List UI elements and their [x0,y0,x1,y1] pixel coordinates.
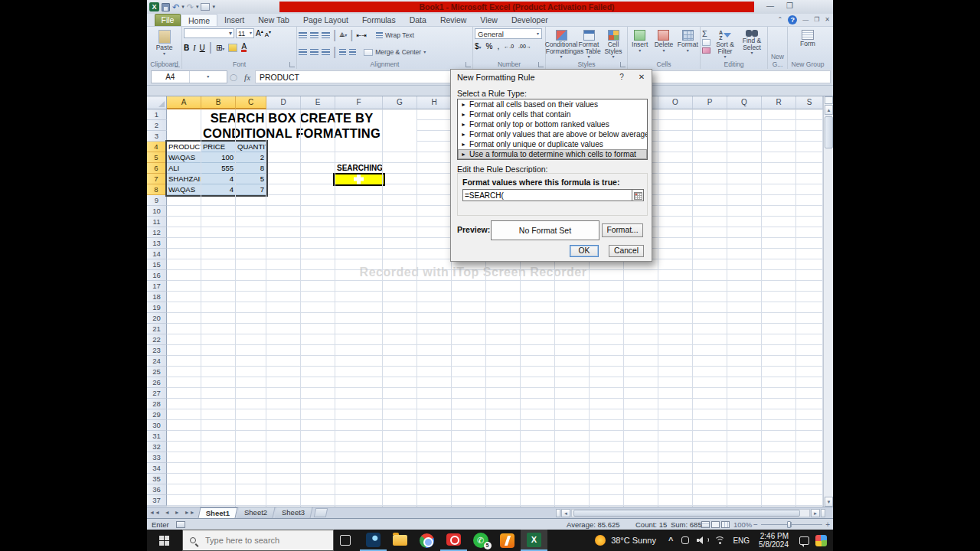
zoom-slider[interactable]: − + [753,520,830,530]
rule-type-item[interactable]: ►Format only unique or duplicate values [458,139,647,149]
sheet-tab-sheet3[interactable]: Sheet3 [274,507,312,518]
row-header-21[interactable]: 21 [147,324,167,334]
table-cell[interactable]: 4 [201,184,236,195]
taskbar-chrome[interactable] [413,530,440,551]
grow-font-icon[interactable]: A▴ [256,28,263,37]
hidden-icons-caret[interactable]: ^ [668,536,673,545]
row-header-34[interactable]: 34 [147,463,167,474]
number-launcher-icon[interactable] [538,62,544,67]
sort-filter-button[interactable]: AZ Sort & Filter▾ [713,28,737,60]
name-box[interactable]: A4 ▾ [151,70,227,83]
excel-logo-icon[interactable]: X [149,2,159,11]
row-header-35[interactable]: 35 [147,474,167,484]
font-size-select[interactable]: 11▾ [236,28,254,38]
column-header-O[interactable]: O [658,96,693,109]
row-header-2[interactable]: 2 [147,120,167,131]
table-cell[interactable]: 5 [236,174,266,184]
tray-app-icon[interactable] [681,536,689,544]
row-header-32[interactable]: 32 [147,442,167,452]
taskbar-file-explorer[interactable] [387,530,413,551]
table-cell[interactable]: 7 [236,184,266,195]
cancel-button[interactable]: Cancel [609,245,644,257]
insert-worksheet-icon[interactable] [314,508,328,517]
table-cell[interactable]: 100 [201,152,236,163]
undo-dropdown-icon[interactable]: ▾ [181,4,185,10]
tab-file[interactable]: File [155,14,181,26]
horizontal-scrollbar[interactable]: ◄ ► [556,508,831,518]
speaker-icon[interactable] [697,536,706,544]
form-button[interactable]: Form [789,28,826,47]
merge-center-button[interactable]: Merge & Center ▾ [364,48,426,56]
rule-type-item[interactable]: ►Format only cells that contain [458,109,647,119]
row-header-30[interactable]: 30 [147,420,167,431]
horizontal-split-handle-2[interactable] [821,509,825,517]
shrink-font-icon[interactable]: A▾ [265,29,271,38]
insert-cells-button[interactable]: Insert▾ [629,28,650,60]
column-header-P[interactable]: P [693,96,727,109]
start-button[interactable] [147,530,181,551]
tab-home[interactable]: Home [181,14,217,26]
tab-insert[interactable]: Insert [217,14,251,26]
row-header-29[interactable]: 29 [147,409,167,420]
title-merged-cell[interactable]: SEARCH BOX CREATE BY CONDITIONAL FORMATT… [167,109,417,142]
row-header-28[interactable]: 28 [147,399,167,409]
next-sheet-icon[interactable]: ► [172,507,182,518]
row-header-27[interactable]: 27 [147,388,167,399]
row-header-14[interactable]: 14 [147,249,167,259]
taskbar-media-player[interactable] [360,530,387,551]
row-header-37[interactable]: 37 [147,495,167,506]
minimize-icon[interactable]: — [766,2,774,11]
row-header-17[interactable]: 17 [147,281,167,292]
font-color-icon[interactable]: A [241,43,247,52]
dialog-title-bar[interactable]: New Formatting Rule ? ✕ [451,70,652,85]
dialog-help-icon[interactable]: ? [612,70,632,84]
font-name-select[interactable]: ▾ [184,28,234,38]
color-widget-icon[interactable] [815,535,827,546]
tab-developer[interactable]: Developer [505,14,555,26]
rule-formula-input[interactable] [462,189,632,201]
prev-sheet-icon[interactable]: ◄ [162,507,172,518]
table-header-cell[interactable]: PRODUCT [167,142,201,152]
align-left-icon[interactable] [299,49,307,55]
table-cell[interactable]: 8 [236,163,266,174]
indent-icons[interactable]: ⇤⇥ [356,32,366,39]
zoom-in-icon[interactable]: + [825,520,830,530]
workbook-restore-icon[interactable]: ❐ [814,15,819,25]
task-view-icon[interactable] [340,535,351,546]
row-header-16[interactable]: 16 [147,270,167,281]
row-header-33[interactable]: 33 [147,452,167,463]
tab-view[interactable]: View [473,14,505,26]
row-header-31[interactable]: 31 [147,431,167,442]
percent-style-icon[interactable]: % [486,42,493,51]
format-cells-button[interactable]: Format▾ [678,28,698,60]
delete-cells-button[interactable]: Delete▾ [653,28,674,60]
column-header-A[interactable]: A [167,96,201,109]
column-header-C[interactable]: C [236,96,266,109]
undo-icon[interactable]: ↶ [172,3,179,11]
orientation-icon[interactable]: ⟁▾ [339,31,347,39]
action-center-icon[interactable] [799,536,809,545]
styles-launcher-icon[interactable] [620,62,626,67]
column-header-B[interactable]: B [201,96,236,109]
increase-decimal-icon[interactable]: ←.0 [504,44,514,49]
row-header-18[interactable]: 18 [147,292,167,302]
rule-type-item[interactable]: ►Format all cells based on their values [458,99,647,109]
collapse-dialog-icon[interactable] [632,189,644,201]
fill-color-icon[interactable] [228,44,237,52]
clock[interactable]: 2:46 PM 5/8/2024 [759,532,789,549]
name-box-dropdown-icon[interactable]: ▾ [189,71,227,83]
find-select-button[interactable]: Find & Select▾ [740,28,764,60]
conditional-formatting-button[interactable]: Conditional Formatting▾ [547,28,575,60]
row-header-7[interactable]: 7 [147,174,167,184]
table-cell[interactable]: 4 [201,174,236,184]
fill-icon[interactable] [702,39,710,46]
search-input[interactable] [204,535,318,546]
row-header-20[interactable]: 20 [147,313,167,324]
insert-function-icon[interactable]: fx [244,73,250,82]
dialog-close-icon[interactable]: ✕ [632,70,652,84]
paste-button[interactable]: Paste▾ [149,28,180,56]
zoom-level[interactable]: 100% [733,520,752,530]
clear-icon[interactable] [702,47,710,54]
underline-button[interactable]: U [200,44,205,52]
row-header-8[interactable]: 8 [147,184,167,195]
